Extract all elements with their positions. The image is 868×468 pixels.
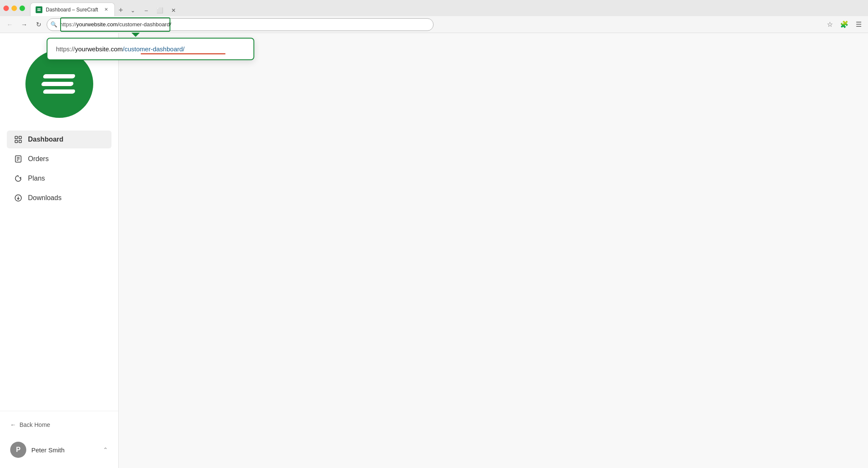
sidebar-nav: Dashboard Orders bbox=[0, 131, 118, 411]
bookmarks-icon[interactable]: ☆ bbox=[824, 19, 836, 31]
sidebar-item-orders-label: Orders bbox=[28, 155, 49, 163]
address-bar[interactable]: 🔍 https://yourwebsite.com/customer-dashb… bbox=[47, 18, 434, 31]
svg-rect-4 bbox=[15, 140, 18, 143]
user-chevron-icon: ⌃ bbox=[103, 446, 108, 453]
logo-bar-top bbox=[43, 74, 76, 78]
svg-rect-0 bbox=[37, 8, 41, 9]
back-home-arrow: ← bbox=[10, 421, 16, 428]
sidebar-item-downloads-label: Downloads bbox=[28, 194, 61, 202]
sidebar: Dashboard Orders bbox=[0, 33, 119, 468]
tab-favicon bbox=[36, 6, 42, 13]
logo-bar-bottom bbox=[43, 89, 76, 94]
close-window-button[interactable]: ✕ bbox=[167, 4, 179, 16]
url-scheme: https:// bbox=[60, 21, 76, 28]
user-avatar: P bbox=[10, 442, 26, 458]
sidebar-item-plans-label: Plans bbox=[28, 175, 45, 182]
logo-circle bbox=[25, 50, 93, 118]
main-content bbox=[119, 33, 868, 468]
svg-rect-5 bbox=[19, 140, 22, 143]
sidebar-item-dashboard[interactable]: Dashboard bbox=[7, 131, 111, 148]
window-maximize-button[interactable] bbox=[19, 6, 25, 11]
back-home-link[interactable]: ← Back Home bbox=[7, 418, 111, 432]
dropdown-domain: yourwebsite.com bbox=[75, 45, 123, 53]
back-home-label: Back Home bbox=[19, 421, 50, 428]
tab-close-button[interactable]: ✕ bbox=[103, 6, 109, 13]
reload-button[interactable]: ↻ bbox=[32, 18, 45, 31]
window-controls bbox=[3, 6, 25, 11]
extensions-icon[interactable]: 🧩 bbox=[838, 19, 850, 31]
address-text: https://yourwebsite.com/customer-dashboa… bbox=[60, 21, 428, 28]
user-name: Peter Smith bbox=[31, 446, 98, 454]
sidebar-item-plans[interactable]: Plans bbox=[7, 170, 111, 187]
svg-rect-2 bbox=[15, 136, 18, 139]
forward-button[interactable]: → bbox=[18, 18, 31, 31]
search-icon: 🔍 bbox=[50, 21, 57, 28]
plans-icon bbox=[14, 174, 23, 183]
active-tab[interactable]: Dashboard – SureCraft ✕ bbox=[30, 3, 115, 16]
menu-icon[interactable]: ☰ bbox=[853, 19, 865, 31]
minimize-window-button[interactable]: – bbox=[140, 4, 152, 16]
svg-rect-1 bbox=[37, 10, 41, 11]
window-close-button[interactable] bbox=[3, 6, 9, 11]
tabs-bar: Dashboard – SureCraft ✕ + ⌄ – ⬜ ✕ bbox=[30, 0, 181, 16]
url-dropdown-text: https://yourwebsite.com/customer-dashboa… bbox=[56, 45, 184, 53]
sidebar-item-orders[interactable]: Orders bbox=[7, 150, 111, 168]
user-profile[interactable]: P Peter Smith ⌃ bbox=[7, 438, 111, 461]
svg-rect-3 bbox=[19, 136, 22, 139]
dashboard-icon bbox=[14, 135, 23, 144]
dropdown-scheme: https:// bbox=[56, 45, 75, 53]
browser-window: Dashboard – SureCraft ✕ + ⌄ – ⬜ ✕ ← → ↻ … bbox=[0, 0, 868, 468]
new-tab-button[interactable]: + bbox=[115, 4, 127, 16]
url-red-underline bbox=[141, 53, 225, 54]
toolbar-right: ☆ 🧩 ☰ bbox=[824, 19, 865, 31]
restore-window-button[interactable]: ⬜ bbox=[154, 4, 166, 16]
logo-icon bbox=[43, 74, 75, 94]
url-path: /customer-dashboard/ bbox=[118, 21, 171, 28]
url-dropdown: https://yourwebsite.com/customer-dashboa… bbox=[47, 38, 254, 60]
downloads-icon bbox=[14, 193, 23, 203]
address-bar-wrapper: 🔍 https://yourwebsite.com/customer-dashb… bbox=[47, 18, 434, 31]
dropdown-path: /customer-dashboard/ bbox=[123, 45, 185, 53]
browser-titlebar: Dashboard – SureCraft ✕ + ⌄ – ⬜ ✕ bbox=[0, 0, 868, 16]
tab-bar-controls: ⌄ – ⬜ ✕ bbox=[127, 4, 179, 16]
back-button[interactable]: ← bbox=[3, 18, 16, 31]
sidebar-item-downloads[interactable]: Downloads bbox=[7, 189, 111, 207]
url-domain: yourwebsite.com bbox=[76, 21, 118, 28]
browser-toolbar: ← → ↻ 🔍 https://yourwebsite.com/customer… bbox=[0, 16, 868, 33]
sidebar-item-dashboard-label: Dashboard bbox=[28, 136, 64, 143]
window-minimize-button[interactable] bbox=[11, 6, 17, 11]
tab-list-button[interactable]: ⌄ bbox=[127, 4, 139, 16]
logo-bar-middle bbox=[41, 82, 74, 86]
page-body: Dashboard Orders bbox=[0, 33, 868, 468]
orders-icon bbox=[14, 154, 23, 164]
sidebar-footer: ← Back Home P Peter Smith ⌃ bbox=[0, 411, 118, 468]
tab-title: Dashboard – SureCraft bbox=[46, 7, 99, 13]
